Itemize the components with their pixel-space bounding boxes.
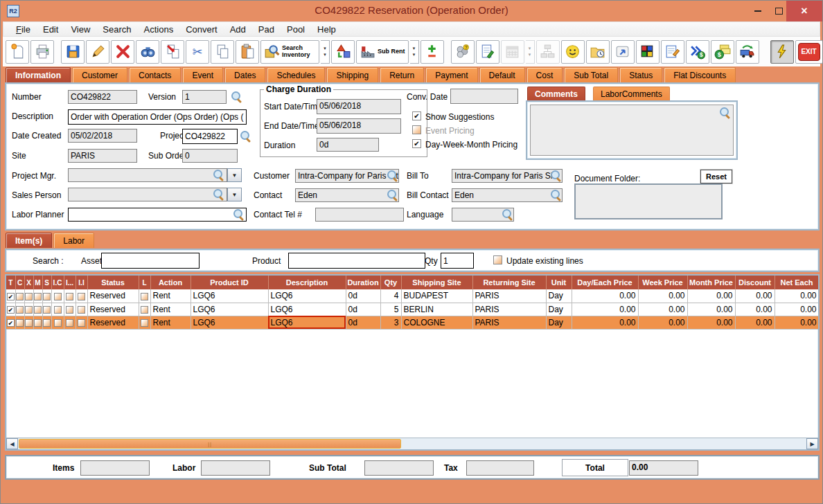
- table-row[interactable]: ✔ReservedRentLGQ6LGQ60d5BERLINPARISDay0.…: [6, 303, 819, 316]
- project-search-icon[interactable]: [240, 130, 251, 142]
- checkbox-unchecked[interactable]: [78, 306, 85, 314]
- labor-planner-input[interactable]: [68, 208, 247, 222]
- menu-item-pad[interactable]: Pad: [252, 23, 281, 36]
- cell-returning-site[interactable]: PARIS: [472, 316, 546, 329]
- total-button[interactable]: Total: [562, 459, 628, 476]
- cell-qty[interactable]: 5: [380, 303, 401, 316]
- tab-flat-discounts[interactable]: Flat Discounts: [664, 67, 736, 82]
- checkbox-checked[interactable]: ✔: [7, 306, 15, 314]
- shapes-button[interactable]: [331, 40, 355, 64]
- column-header-product-id[interactable]: Product ID: [191, 276, 268, 289]
- column-header-qty[interactable]: Qty: [380, 276, 401, 289]
- checkbox-unchecked[interactable]: [43, 293, 51, 300]
- cell-returning-site[interactable]: PARIS: [472, 303, 546, 316]
- tab-sub-total[interactable]: Sub Total: [564, 67, 618, 82]
- project-mgr-field[interactable]: [68, 168, 227, 182]
- checkbox-unchecked[interactable]: [16, 293, 24, 300]
- cell-week-price[interactable]: 0.00: [638, 303, 687, 316]
- menu-item-edit[interactable]: Edit: [37, 23, 64, 36]
- checkbox-unchecked[interactable]: [66, 319, 73, 327]
- row-checkbox-cell[interactable]: [51, 303, 64, 316]
- cell-day-each-price[interactable]: 0.00: [572, 316, 638, 329]
- tab-return[interactable]: Return: [380, 67, 424, 82]
- checkbox-unchecked[interactable]: [25, 319, 33, 327]
- menu-item-convert[interactable]: Convert: [179, 23, 224, 36]
- cell-net-each[interactable]: 0.00: [775, 316, 819, 329]
- convert-dollar-button[interactable]: $: [686, 40, 709, 64]
- asset-input[interactable]: [101, 253, 200, 269]
- row-checkbox-cell[interactable]: [33, 289, 42, 303]
- smiley-button[interactable]: [561, 40, 585, 64]
- column-header-week-price[interactable]: Week Price: [638, 276, 687, 289]
- checkbox-unchecked[interactable]: [25, 293, 33, 300]
- cell-discount[interactable]: 0.00: [735, 303, 775, 316]
- sales-person-search-icon[interactable]: [213, 188, 224, 200]
- cell-week-price[interactable]: 0.00: [638, 289, 687, 303]
- tab-status[interactable]: Status: [619, 67, 662, 82]
- column-header-i[interactable]: I...: [64, 276, 76, 289]
- cell-unit[interactable]: Day: [546, 316, 572, 329]
- cubes-button[interactable]: [636, 40, 660, 64]
- row-checkbox-cell[interactable]: [24, 303, 33, 316]
- cell-duration[interactable]: 0d: [346, 316, 380, 329]
- product-input[interactable]: [288, 253, 425, 269]
- cell-month-price[interactable]: 0.00: [687, 289, 735, 303]
- tab-customer[interactable]: Customer: [72, 67, 127, 82]
- checkbox-unchecked[interactable]: [66, 293, 73, 300]
- transfer-button[interactable]: [161, 40, 184, 64]
- labor-planner-search-icon[interactable]: [233, 208, 245, 220]
- cell-unit[interactable]: Day: [546, 303, 572, 316]
- sales-person-dropdown[interactable]: ▼: [227, 188, 242, 201]
- cell-day-each-price[interactable]: 0.00: [572, 303, 638, 316]
- crew-button[interactable]: ?: [451, 40, 475, 64]
- tab-cost[interactable]: Cost: [526, 67, 563, 82]
- column-header-discount[interactable]: Discount: [735, 276, 775, 289]
- document-folder-area[interactable]: [574, 183, 723, 219]
- contact-search-icon[interactable]: [387, 189, 398, 201]
- row-checkbox-cell[interactable]: [24, 316, 33, 329]
- cell-returning-site[interactable]: PARIS: [472, 289, 546, 303]
- bill-to-search-icon[interactable]: [550, 170, 562, 181]
- save-button[interactable]: [61, 40, 85, 64]
- menu-item-add[interactable]: Add: [224, 23, 252, 36]
- cell-qty[interactable]: 4: [380, 289, 401, 303]
- project-mgr-search-icon[interactable]: [213, 169, 224, 181]
- tab-event[interactable]: Event: [182, 67, 223, 82]
- column-header-status[interactable]: Status: [87, 276, 139, 289]
- row-checkbox-cell[interactable]: [42, 303, 51, 316]
- language-search-icon[interactable]: [502, 208, 513, 220]
- close-button[interactable]: ×: [786, 1, 822, 21]
- row-checkbox-cell[interactable]: [42, 316, 51, 329]
- cell-month-price[interactable]: 0.00: [687, 303, 735, 316]
- table-row[interactable]: ✔ReservedRentLGQ6LGQ60d4BUDAPESTPARISDay…: [6, 289, 819, 303]
- row-checkbox-cell[interactable]: [33, 316, 42, 329]
- tab-payment[interactable]: Payment: [425, 67, 477, 82]
- cell-duration[interactable]: 0d: [346, 303, 380, 316]
- row-checkbox-cell[interactable]: [51, 289, 64, 303]
- qty-input[interactable]: [441, 253, 474, 269]
- print-button[interactable]: [30, 40, 54, 64]
- row-checkbox-cell[interactable]: [15, 316, 24, 329]
- column-header-i-i[interactable]: I.I: [76, 276, 87, 289]
- customer-field[interactable]: Intra-Company for Paris Sit: [295, 169, 399, 183]
- cell-status[interactable]: Reserved: [87, 289, 139, 303]
- cell-shipping-site[interactable]: BUDAPEST: [401, 289, 472, 303]
- cell-description[interactable]: LGQ6: [268, 316, 346, 329]
- checkbox-unchecked[interactable]: [16, 319, 24, 327]
- checkbox-unchecked[interactable]: [16, 306, 24, 314]
- checkbox-unchecked[interactable]: [141, 319, 148, 327]
- checkbox-unchecked[interactable]: [141, 293, 148, 300]
- checkbox-unchecked[interactable]: [43, 306, 51, 314]
- day-week-month-checkbox[interactable]: ✔: [412, 139, 421, 148]
- tab-labor[interactable]: Labor: [53, 233, 94, 248]
- tab-shipping[interactable]: Shipping: [326, 67, 378, 82]
- cell-status[interactable]: Reserved: [87, 303, 139, 316]
- delete-button[interactable]: [111, 40, 134, 64]
- column-header-net-each[interactable]: Net Each: [775, 276, 819, 289]
- checkbox-unchecked[interactable]: [34, 306, 42, 314]
- checkbox-unchecked[interactable]: [78, 293, 85, 300]
- add-line-button[interactable]: [421, 40, 444, 64]
- column-header-s[interactable]: S: [42, 276, 51, 289]
- reset-button[interactable]: Reset: [700, 170, 732, 183]
- cell-action[interactable]: Rent: [150, 316, 191, 329]
